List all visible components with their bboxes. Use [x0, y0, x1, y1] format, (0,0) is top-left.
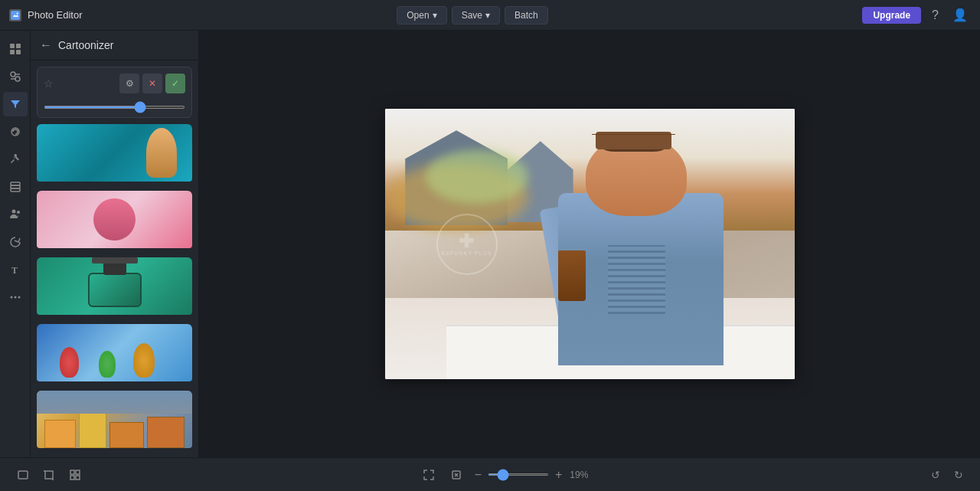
save-button[interactable]: Save ▾ — [452, 6, 500, 25]
svg-text:T: T — [11, 265, 18, 276]
effect-item-cartoonizer6[interactable]: Cartoonizer 6 — [37, 391, 192, 451]
bottombar-left — [12, 466, 86, 484]
sidebar-item-filters[interactable] — [3, 92, 28, 116]
photo-person — [549, 136, 733, 365]
svg-point-18 — [14, 296, 16, 299]
canvas-grid-btn[interactable] — [64, 466, 86, 484]
effect-label-row: Cartoonizer 6 — [37, 448, 192, 451]
chevron-down-icon: ▾ — [485, 10, 490, 21]
topbar-center: Open ▾ Save ▾ Batch — [397, 6, 547, 25]
canvas-crop-btn[interactable] — [38, 466, 60, 484]
effect-confirm-button[interactable]: ✓ — [165, 74, 185, 93]
effect-label-row: Cartoonizer 5 — [37, 381, 192, 385]
icon-sidebar: T — [0, 31, 31, 457]
upgrade-button[interactable]: Upgrade — [862, 7, 921, 24]
sidebar-item-text[interactable]: T — [3, 257, 28, 282]
effect-cancel-button[interactable]: ✕ — [142, 74, 162, 93]
redo-icon: ↻ — [954, 469, 963, 481]
sidebar-item-layers[interactable] — [3, 175, 28, 199]
svg-rect-20 — [18, 471, 28, 479]
canvas-area: ✚ BEFUNKY PLUS — [199, 31, 980, 457]
svg-point-1 — [17, 12, 18, 14]
effects-panel: ← Cartoonizer ☆ ⚙ ✕ ✓ — [31, 31, 199, 457]
effect-settings-button[interactable]: ⚙ — [119, 74, 139, 93]
svg-rect-26 — [70, 476, 74, 480]
effect-label-row: Cartoonizer 2 — [37, 182, 192, 185]
back-button[interactable]: ← — [40, 38, 52, 52]
svg-rect-21 — [45, 471, 53, 479]
undo-button[interactable]: ↺ — [926, 466, 945, 484]
topbar: Photo Editor Open ▾ Save ▾ Batch Upgrade… — [0, 0, 980, 31]
zoom-in-button[interactable]: + — [554, 466, 564, 483]
effect-label-row: Cartoonizer 3 — [37, 248, 192, 251]
app-title: Photo Editor — [28, 9, 83, 21]
redo-button[interactable]: ↻ — [949, 466, 968, 484]
effect-item-cartoonizer4[interactable]: Cartoonizer 4 — [37, 257, 192, 318]
svg-rect-2 — [10, 44, 15, 48]
main-area: T ← Cartoonizer ☆ ⚙ ✕ ✓ — [0, 31, 980, 457]
user-icon[interactable]: 👤 — [949, 5, 971, 25]
sidebar-item-adjust[interactable] — [3, 64, 28, 89]
undo-icon: ↺ — [931, 469, 940, 481]
sidebar-item-more[interactable] — [3, 285, 28, 309]
svg-rect-5 — [16, 50, 21, 54]
svg-point-14 — [11, 210, 15, 214]
zoom-out-button[interactable]: − — [473, 466, 483, 483]
effect-label-row: Cartoonizer 4 — [37, 315, 192, 318]
app-icon — [9, 9, 21, 21]
chevron-down-icon: ▾ — [433, 10, 437, 21]
svg-rect-3 — [16, 44, 21, 48]
svg-point-19 — [18, 296, 20, 299]
effect-item-cartoonizer2[interactable]: Cartoonizer 2 — [37, 124, 192, 185]
zoom-slider[interactable] — [488, 473, 549, 476]
effect-intensity-slider-container — [44, 100, 185, 111]
svg-rect-27 — [76, 476, 80, 480]
bottombar: − + 19% ↺ ↻ — [0, 457, 980, 491]
batch-button[interactable]: Batch — [505, 6, 548, 25]
open-button[interactable]: Open ▾ — [397, 6, 446, 25]
topbar-right: Upgrade ? 👤 — [862, 5, 971, 25]
topbar-left: Photo Editor — [9, 9, 83, 21]
sidebar-item-retouch[interactable] — [3, 119, 28, 144]
panel-header: ← Cartoonizer — [31, 31, 198, 61]
effect-item-cartoonizer5[interactable]: Cartoonizer 5 — [37, 324, 192, 385]
sidebar-item-art[interactable] — [3, 230, 28, 254]
bottombar-right: ↺ ↻ — [926, 466, 968, 484]
svg-rect-25 — [76, 470, 80, 474]
zoom-value: 19% — [570, 470, 594, 480]
zoom-bar: − + — [473, 466, 564, 483]
effect-controls: ⚙ ✕ ✓ — [119, 74, 185, 93]
favorite-icon[interactable]: ☆ — [44, 77, 54, 90]
help-icon[interactable]: ? — [929, 5, 942, 25]
panel-title: Cartoonizer — [58, 39, 113, 51]
bottombar-center: − + 19% — [418, 466, 595, 484]
sidebar-item-tools[interactable] — [3, 147, 28, 172]
sidebar-item-people[interactable] — [3, 202, 28, 227]
svg-point-15 — [17, 211, 20, 214]
svg-rect-13 — [11, 182, 20, 185]
canvas-view-btn[interactable] — [12, 466, 34, 484]
fit-to-screen-btn[interactable] — [418, 466, 439, 484]
effect-item-cartoonizer1[interactable]: ☆ ⚙ ✕ ✓ — [37, 67, 192, 118]
actual-size-btn[interactable] — [446, 466, 467, 484]
photo-canvas: ✚ BEFUNKY PLUS — [385, 109, 795, 379]
first-effect-header: ☆ ⚙ ✕ ✓ — [44, 74, 185, 93]
effect-item-cartoonizer3[interactable]: Cartoonizer 3 — [37, 191, 192, 251]
effects-list: ☆ ⚙ ✕ ✓ Cartoonizer 2 — [31, 61, 198, 457]
svg-rect-24 — [70, 470, 74, 474]
effect-intensity-slider[interactable] — [44, 106, 185, 109]
svg-rect-4 — [10, 50, 15, 54]
svg-point-17 — [10, 296, 12, 299]
sidebar-item-effects[interactable] — [3, 37, 28, 61]
